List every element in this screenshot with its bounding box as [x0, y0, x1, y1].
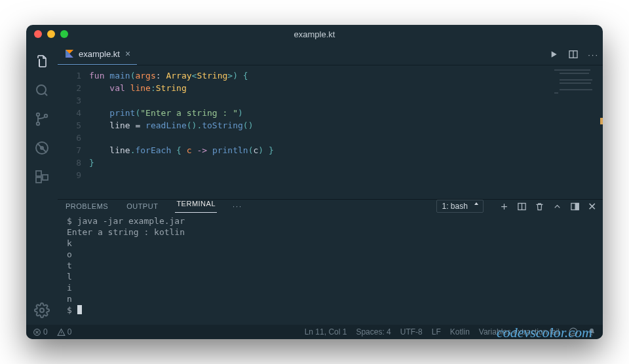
panel-tabs: PROBLEMS OUTPUT TERMINAL ··· 1: bash [58, 200, 603, 213]
panel-more-icon[interactable]: ··· [233, 202, 242, 210]
line-gutter: 1 2 3 4 5 6 7 8 9 [58, 65, 89, 199]
kill-terminal-icon[interactable] [535, 202, 544, 211]
status-errors[interactable]: 0 [33, 327, 48, 337]
watermark-text: codevscolor.com [497, 327, 592, 338]
panel-tab-problems[interactable]: PROBLEMS [64, 202, 109, 210]
search-icon[interactable] [26, 76, 58, 105]
run-icon[interactable] [548, 49, 559, 60]
titlebar: example.kt [26, 25, 603, 43]
explorer-icon[interactable] [26, 47, 58, 76]
new-terminal-icon[interactable] [499, 202, 509, 211]
terminal-output[interactable]: $ java -jar example.jar Enter a string :… [58, 213, 603, 339]
svg-point-9 [40, 308, 44, 312]
source-control-icon[interactable] [26, 105, 58, 134]
svg-rect-7 [36, 177, 41, 183]
editor-group: example.kt × ··· 1 2 3 4 5 6 7 8 9 fun m… [58, 43, 603, 325]
window-title: example.kt [26, 29, 603, 39]
ide-window: example.kt [26, 25, 603, 339]
split-editor-icon[interactable] [568, 49, 579, 60]
activity-bar [26, 43, 58, 325]
terminal-cursor [77, 305, 82, 314]
svg-rect-6 [36, 171, 41, 176]
tab-example-kt[interactable]: example.kt × [58, 43, 137, 65]
split-terminal-icon[interactable] [517, 202, 527, 211]
settings-gear-icon[interactable] [26, 296, 58, 325]
overview-ruler-marker [600, 118, 603, 124]
terminal-selector[interactable]: 1: bash [436, 200, 484, 213]
code-content[interactable]: fun main(args: Array<String>) { val line… [89, 65, 274, 199]
maximize-panel-icon[interactable] [552, 202, 562, 211]
editor-more-icon[interactable]: ··· [588, 50, 599, 60]
editor-actions: ··· [548, 43, 599, 65]
svg-point-0 [37, 85, 46, 94]
editor-tabs: example.kt × ··· [58, 43, 603, 65]
minimap[interactable] [554, 68, 600, 107]
toggle-panel-side-icon[interactable] [570, 202, 580, 211]
close-panel-icon[interactable]: ✕ [588, 200, 597, 213]
svg-point-1 [37, 113, 39, 116]
svg-rect-8 [43, 175, 48, 180]
panel-tab-output[interactable]: OUTPUT [125, 202, 159, 210]
panel-action-icons: ✕ [499, 200, 597, 213]
extensions-icon[interactable] [26, 162, 58, 191]
tab-close-icon[interactable]: × [125, 48, 130, 59]
svg-point-3 [45, 115, 47, 117]
debug-icon[interactable] [26, 134, 58, 162]
kotlin-file-icon [64, 48, 75, 59]
panel-tab-terminal[interactable]: TERMINAL [175, 200, 217, 213]
bottom-panel: PROBLEMS OUTPUT TERMINAL ··· 1: bash [58, 199, 603, 325]
main-area: example.kt × ··· 1 2 3 4 5 6 7 8 9 fun m… [26, 43, 603, 325]
svg-rect-13 [575, 203, 579, 209]
code-editor[interactable]: 1 2 3 4 5 6 7 8 9 fun main(args: Array<S… [58, 65, 603, 199]
svg-point-5 [40, 146, 44, 150]
tab-label: example.kt [79, 49, 120, 59]
svg-point-2 [37, 122, 39, 125]
